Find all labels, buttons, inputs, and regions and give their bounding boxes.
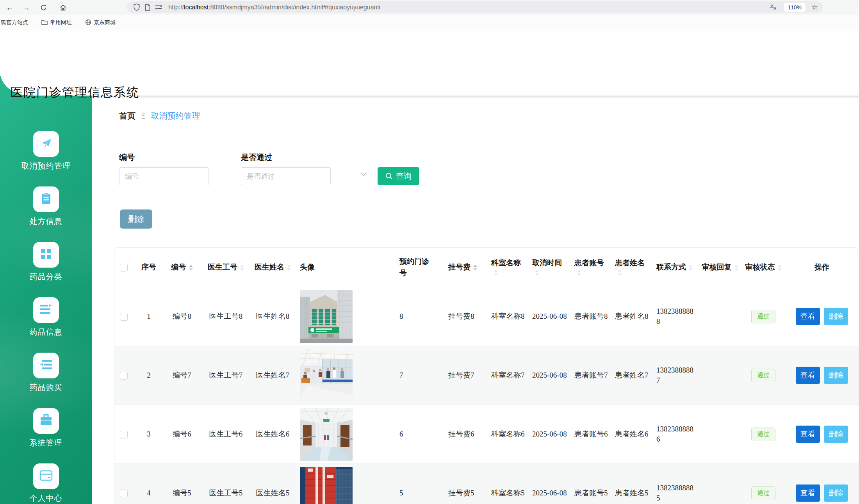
sort-caret-icon[interactable]: [618, 270, 622, 276]
sort-caret-icon[interactable]: [189, 265, 193, 271]
table-cell: 医生姓名5: [250, 464, 295, 504]
view-button[interactable]: 查看: [796, 426, 820, 443]
bookmark-label: 京东商城: [94, 19, 116, 26]
row-checkbox[interactable]: [120, 313, 128, 321]
column-header[interactable]: 患者账号: [570, 248, 610, 287]
table-cell: 5: [395, 464, 444, 504]
sort-caret-icon[interactable]: [778, 265, 782, 271]
address-bar-actions: 文 A 110% ☆: [770, 3, 818, 12]
sort-caret-icon[interactable]: [240, 265, 244, 271]
column-header-label: 序号: [141, 263, 156, 271]
doctor-avatar-image: [300, 467, 392, 504]
sort-caret-icon[interactable]: [287, 265, 291, 271]
table-header-row: 序号编号医生工号医生姓名头像预约门诊号挂号费科室名称取消时间患者账号患者姓名联系…: [114, 248, 859, 287]
sidebar-item-5[interactable]: 药品购买: [0, 353, 92, 393]
sort-caret-icon[interactable]: [535, 270, 539, 276]
sidebar-item-3[interactable]: 药品分类: [0, 242, 92, 282]
filter-pass-label: 是否通过: [241, 152, 272, 163]
back-icon[interactable]: ←: [4, 2, 16, 13]
forward-icon[interactable]: →: [20, 2, 32, 13]
bookmark-item[interactable]: 常用网址: [41, 19, 72, 26]
page-icon[interactable]: [143, 3, 152, 12]
column-header[interactable]: 医生姓名: [250, 248, 295, 287]
column-header[interactable]: 患者姓名: [610, 248, 652, 287]
reload-icon[interactable]: [37, 2, 49, 13]
bulk-delete-button[interactable]: 删除: [120, 209, 152, 229]
doctor-avatar-image: [300, 290, 392, 343]
table-cell: 科室名称6: [487, 405, 528, 464]
column-header[interactable]: 科室名称: [487, 248, 528, 287]
table-cell: [699, 464, 741, 504]
sidebar-item-1[interactable]: 取消预约管理: [0, 131, 92, 171]
column-header-label: 操作: [814, 263, 829, 271]
select-chevron-icon[interactable]: [360, 171, 367, 178]
column-header[interactable]: 联系方式: [652, 248, 699, 287]
breadcrumb-current[interactable]: 取消预约管理: [151, 110, 200, 121]
column-header[interactable]: 取消时间: [528, 248, 570, 287]
table-cell: [699, 405, 741, 464]
phone-cell: 13823888886: [652, 405, 699, 464]
url-text[interactable]: http://localhost:8080/ssmdjmya35f/admin/…: [168, 4, 770, 11]
table-cell: 医生姓名6: [250, 405, 295, 464]
doctor-avatar-image: [300, 349, 392, 402]
table-cell: 编号6: [162, 405, 201, 464]
translate-icon[interactable]: 文 A: [770, 3, 778, 12]
column-header[interactable]: 审核回复: [699, 248, 741, 287]
shield-icon[interactable]: [132, 3, 141, 12]
select-all-checkbox[interactable]: [120, 264, 128, 272]
phone-cell: 13823888888: [652, 287, 699, 346]
zoom-level-badge[interactable]: 110%: [784, 3, 806, 12]
bookmark-label: 常用网址: [50, 19, 72, 26]
bookmark-label: 狐官方站点: [1, 19, 28, 26]
reader-toggle-icon[interactable]: [154, 3, 163, 12]
send-icon: [39, 136, 53, 152]
main-content: 首页 Ξ 取消预约管理 编号 是否通过 查询 删除 序号编号医生工号医生姓名头像…: [92, 96, 859, 504]
bookmark-item[interactable]: 狐官方站点: [1, 19, 28, 26]
sort-caret-icon[interactable]: [494, 270, 498, 276]
row-checkbox[interactable]: [120, 372, 128, 380]
row-delete-button[interactable]: 删除: [824, 484, 848, 502]
phone-cell: 13823888885: [652, 464, 699, 504]
filter-id-label: 编号: [119, 152, 135, 163]
address-bar[interactable]: http://localhost:8080/ssmdjmya35f/admin/…: [127, 1, 823, 13]
view-button[interactable]: 查看: [796, 367, 820, 384]
sort-caret-icon[interactable]: [734, 265, 738, 271]
sidebar-item-7[interactable]: 个人中心: [0, 463, 92, 504]
table-cell: 4: [135, 464, 162, 504]
sort-caret-icon[interactable]: [689, 265, 693, 271]
column-header[interactable]: 挂号费: [444, 248, 487, 287]
column-header: 序号: [135, 248, 162, 287]
briefcase-icon: [39, 414, 53, 428]
sidebar-item-2[interactable]: 处方信息: [0, 186, 92, 227]
column-header[interactable]: 编号: [162, 248, 201, 287]
column-header[interactable]: 审核状态: [741, 248, 785, 287]
url-host: localhost: [184, 4, 209, 11]
table-cell: 编号7: [162, 346, 201, 405]
filter-id-input[interactable]: [119, 167, 209, 185]
table-cell: 编号5: [162, 464, 201, 504]
sort-caret-icon[interactable]: [577, 270, 581, 276]
list-right-icon: [39, 303, 53, 317]
table-cell: [699, 346, 741, 405]
sort-caret-icon[interactable]: [473, 265, 477, 271]
search-button[interactable]: 查询: [378, 167, 419, 185]
filter-pass-input[interactable]: [241, 167, 331, 185]
data-table: 序号编号医生工号医生姓名头像预约门诊号挂号费科室名称取消时间患者账号患者姓名联系…: [114, 247, 859, 504]
bookmark-item[interactable]: 京东商城: [85, 19, 116, 27]
home-icon[interactable]: [57, 2, 69, 13]
bookmark-star-icon[interactable]: ☆: [811, 3, 818, 12]
row-delete-button[interactable]: 删除: [824, 367, 848, 384]
column-header[interactable]: 医生工号: [201, 248, 250, 287]
sidebar-item-4[interactable]: 药品信息: [0, 297, 92, 337]
sidebar-item-6[interactable]: 系统管理: [0, 408, 92, 448]
table-cell: 3: [135, 405, 162, 464]
table-cell: 6: [395, 405, 444, 464]
view-button[interactable]: 查看: [796, 484, 820, 502]
breadcrumb-home[interactable]: 首页: [119, 110, 135, 121]
row-delete-button[interactable]: 删除: [824, 426, 848, 443]
row-delete-button[interactable]: 删除: [824, 308, 848, 325]
view-button[interactable]: 查看: [796, 308, 820, 325]
row-checkbox[interactable]: [120, 490, 128, 497]
row-checkbox[interactable]: [120, 431, 128, 438]
sidebar-item-label: 个人中心: [0, 493, 92, 504]
